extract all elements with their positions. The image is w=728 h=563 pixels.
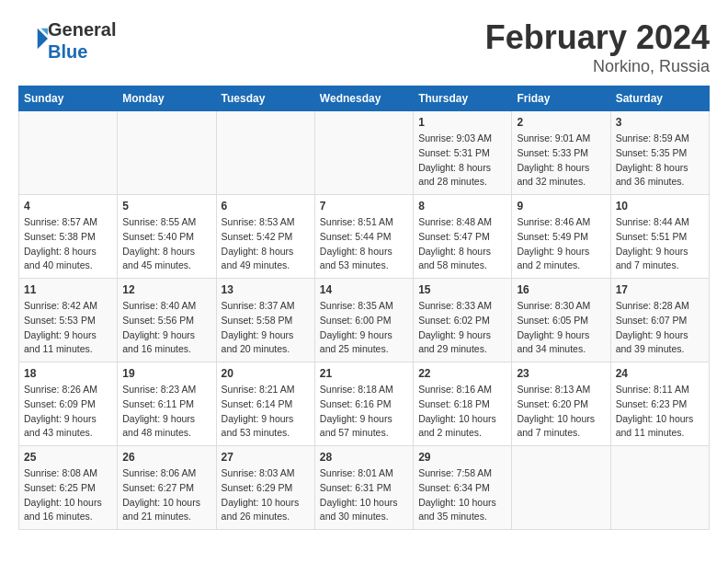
logo: General Blue [18, 18, 116, 63]
week-row-1: 1Sunrise: 9:03 AM Sunset: 5:31 PM Daylig… [19, 111, 710, 195]
day-info: Sunrise: 8:23 AM Sunset: 6:11 PM Dayligh… [122, 383, 210, 441]
day-info: Sunrise: 8:18 AM Sunset: 6:16 PM Dayligh… [320, 383, 408, 441]
day-number: 10 [616, 200, 704, 213]
day-info: Sunrise: 8:42 AM Sunset: 5:53 PM Dayligh… [24, 299, 112, 357]
title-block: February 2024 Norkino, Russia [485, 18, 710, 76]
day-info: Sunrise: 8:26 AM Sunset: 6:09 PM Dayligh… [24, 383, 112, 441]
day-number: 17 [616, 283, 704, 296]
page-header: General Blue February 2024 Norkino, Russ… [18, 18, 710, 76]
day-info: Sunrise: 8:35 AM Sunset: 6:00 PM Dayligh… [320, 299, 408, 357]
day-number: 21 [320, 367, 408, 380]
day-info: Sunrise: 8:01 AM Sunset: 6:31 PM Dayligh… [320, 466, 408, 524]
day-info: Sunrise: 8:37 AM Sunset: 5:58 PM Dayligh… [222, 299, 310, 357]
day-info: Sunrise: 8:57 AM Sunset: 5:38 PM Dayligh… [24, 215, 112, 273]
calendar-cell: 1Sunrise: 9:03 AM Sunset: 5:31 PM Daylig… [414, 111, 512, 195]
day-info: Sunrise: 8:55 AM Sunset: 5:40 PM Dayligh… [122, 215, 210, 273]
calendar-cell: 20Sunrise: 8:21 AM Sunset: 6:14 PM Dayli… [216, 362, 314, 446]
week-row-4: 18Sunrise: 8:26 AM Sunset: 6:09 PM Dayli… [19, 362, 710, 446]
calendar-cell: 21Sunrise: 8:18 AM Sunset: 6:16 PM Dayli… [314, 362, 413, 446]
day-number: 4 [24, 200, 112, 213]
calendar-cell: 18Sunrise: 8:26 AM Sunset: 6:09 PM Dayli… [19, 362, 118, 446]
day-info: Sunrise: 8:46 AM Sunset: 5:49 PM Dayligh… [517, 215, 605, 273]
day-info: Sunrise: 7:58 AM Sunset: 6:34 PM Dayligh… [418, 466, 506, 524]
calendar-cell: 8Sunrise: 8:48 AM Sunset: 5:47 PM Daylig… [414, 195, 512, 279]
day-number: 7 [320, 200, 408, 213]
day-number: 26 [122, 451, 210, 464]
day-info: Sunrise: 8:28 AM Sunset: 6:07 PM Dayligh… [616, 299, 704, 357]
day-info: Sunrise: 8:16 AM Sunset: 6:18 PM Dayligh… [418, 383, 506, 441]
calendar-cell: 22Sunrise: 8:16 AM Sunset: 6:18 PM Dayli… [414, 362, 512, 446]
calendar-cell: 4Sunrise: 8:57 AM Sunset: 5:38 PM Daylig… [19, 195, 118, 279]
day-info: Sunrise: 8:13 AM Sunset: 6:20 PM Dayligh… [517, 383, 605, 441]
weekday-thursday: Thursday [414, 86, 512, 111]
day-info: Sunrise: 8:06 AM Sunset: 6:27 PM Dayligh… [122, 466, 210, 524]
day-number: 15 [418, 283, 506, 296]
calendar-cell: 10Sunrise: 8:44 AM Sunset: 5:51 PM Dayli… [610, 195, 709, 279]
calendar-cell: 17Sunrise: 8:28 AM Sunset: 6:07 PM Dayli… [610, 279, 709, 362]
weekday-monday: Monday [118, 86, 216, 111]
day-info: Sunrise: 8:33 AM Sunset: 6:02 PM Dayligh… [418, 299, 506, 357]
calendar-cell: 27Sunrise: 8:03 AM Sunset: 6:29 PM Dayli… [216, 446, 314, 530]
day-number: 16 [517, 283, 605, 296]
calendar-cell: 11Sunrise: 8:42 AM Sunset: 5:53 PM Dayli… [19, 279, 118, 362]
calendar-cell [19, 111, 118, 195]
calendar-cell: 29Sunrise: 7:58 AM Sunset: 6:34 PM Dayli… [414, 446, 512, 530]
day-number: 2 [517, 116, 605, 129]
calendar-cell: 25Sunrise: 8:08 AM Sunset: 6:25 PM Dayli… [19, 446, 118, 530]
day-number: 8 [418, 200, 506, 213]
day-info: Sunrise: 8:48 AM Sunset: 5:47 PM Dayligh… [418, 215, 506, 273]
calendar-cell: 15Sunrise: 8:33 AM Sunset: 6:02 PM Dayli… [414, 279, 512, 362]
logo-icon [20, 25, 48, 52]
day-number: 6 [222, 200, 310, 213]
weekday-header-row: SundayMondayTuesdayWednesdayThursdayFrid… [19, 86, 710, 111]
logo-text-general: General [48, 18, 116, 40]
day-number: 20 [222, 367, 310, 380]
day-number: 3 [616, 116, 704, 129]
calendar-header: SundayMondayTuesdayWednesdayThursdayFrid… [19, 86, 710, 111]
day-info: Sunrise: 8:44 AM Sunset: 5:51 PM Dayligh… [616, 215, 704, 273]
calendar-cell: 23Sunrise: 8:13 AM Sunset: 6:20 PM Dayli… [512, 362, 610, 446]
day-number: 9 [517, 200, 605, 213]
calendar-cell [512, 446, 610, 530]
day-info: Sunrise: 9:01 AM Sunset: 5:33 PM Dayligh… [517, 132, 605, 190]
calendar-cell [314, 111, 413, 195]
day-number: 1 [418, 116, 506, 129]
calendar-cell [216, 111, 314, 195]
day-info: Sunrise: 8:08 AM Sunset: 6:25 PM Dayligh… [24, 466, 112, 524]
page-subtitle: Norkino, Russia [485, 57, 710, 76]
weekday-saturday: Saturday [610, 86, 709, 111]
day-number: 24 [616, 367, 704, 380]
day-number: 29 [418, 451, 506, 464]
calendar-cell: 16Sunrise: 8:30 AM Sunset: 6:05 PM Dayli… [512, 279, 610, 362]
logo-text-blue: Blue [48, 40, 116, 63]
calendar-cell [610, 446, 709, 530]
calendar-cell: 7Sunrise: 8:51 AM Sunset: 5:44 PM Daylig… [314, 195, 413, 279]
day-number: 28 [320, 451, 408, 464]
calendar-cell: 2Sunrise: 9:01 AM Sunset: 5:33 PM Daylig… [512, 111, 610, 195]
day-number: 25 [24, 451, 112, 464]
calendar-cell: 19Sunrise: 8:23 AM Sunset: 6:11 PM Dayli… [118, 362, 216, 446]
calendar-cell: 13Sunrise: 8:37 AM Sunset: 5:58 PM Dayli… [216, 279, 314, 362]
calendar-cell: 3Sunrise: 8:59 AM Sunset: 5:35 PM Daylig… [610, 111, 709, 195]
calendar-cell: 24Sunrise: 8:11 AM Sunset: 6:23 PM Dayli… [610, 362, 709, 446]
calendar-cell: 6Sunrise: 8:53 AM Sunset: 5:42 PM Daylig… [216, 195, 314, 279]
day-number: 23 [517, 367, 605, 380]
day-number: 12 [122, 283, 210, 296]
day-info: Sunrise: 8:11 AM Sunset: 6:23 PM Dayligh… [616, 383, 704, 441]
day-info: Sunrise: 8:40 AM Sunset: 5:56 PM Dayligh… [122, 299, 210, 357]
calendar-cell [118, 111, 216, 195]
calendar-cell: 12Sunrise: 8:40 AM Sunset: 5:56 PM Dayli… [118, 279, 216, 362]
week-row-5: 25Sunrise: 8:08 AM Sunset: 6:25 PM Dayli… [19, 446, 710, 530]
weekday-tuesday: Tuesday [216, 86, 314, 111]
calendar-cell: 26Sunrise: 8:06 AM Sunset: 6:27 PM Dayli… [118, 446, 216, 530]
day-info: Sunrise: 8:21 AM Sunset: 6:14 PM Dayligh… [222, 383, 310, 441]
calendar-cell: 5Sunrise: 8:55 AM Sunset: 5:40 PM Daylig… [118, 195, 216, 279]
week-row-3: 11Sunrise: 8:42 AM Sunset: 5:53 PM Dayli… [19, 279, 710, 362]
day-info: Sunrise: 8:53 AM Sunset: 5:42 PM Dayligh… [222, 215, 310, 273]
day-number: 27 [222, 451, 310, 464]
day-info: Sunrise: 8:03 AM Sunset: 6:29 PM Dayligh… [222, 466, 310, 524]
day-number: 19 [122, 367, 210, 380]
calendar-cell: 14Sunrise: 8:35 AM Sunset: 6:00 PM Dayli… [314, 279, 413, 362]
day-number: 14 [320, 283, 408, 296]
day-info: Sunrise: 8:30 AM Sunset: 6:05 PM Dayligh… [517, 299, 605, 357]
